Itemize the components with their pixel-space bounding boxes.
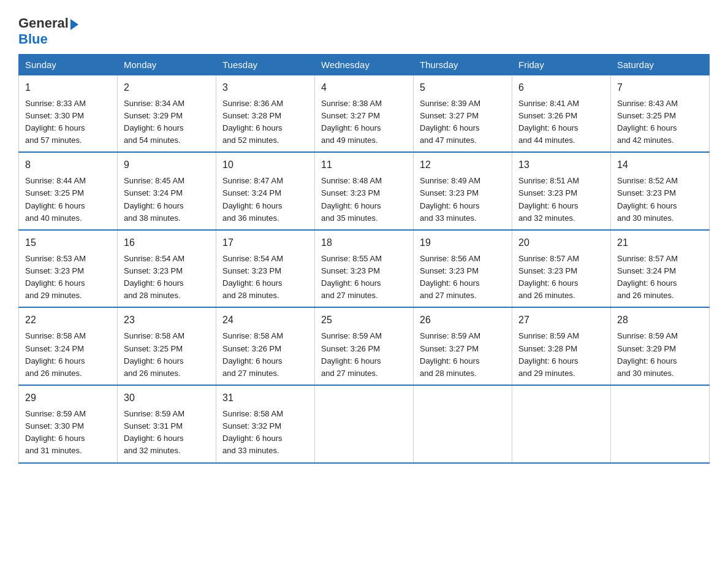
logo: General Blue [18,12,78,48]
day-number: 29 [25,391,111,405]
day-detail: Sunrise: 8:52 AMSunset: 3:23 PMDaylight:… [617,175,703,224]
week-row-2: 15Sunrise: 8:53 AMSunset: 3:23 PMDayligh… [19,230,710,308]
calendar-cell: 21Sunrise: 8:57 AMSunset: 3:24 PMDayligh… [611,230,710,308]
day-detail: Sunrise: 8:34 AMSunset: 3:29 PMDaylight:… [124,98,210,147]
day-detail: Sunrise: 8:39 AMSunset: 3:27 PMDaylight:… [420,98,506,147]
day-number: 3 [222,80,308,95]
day-number: 16 [124,236,210,250]
day-detail: Sunrise: 8:58 AMSunset: 3:26 PMDaylight:… [222,330,308,380]
day-number: 17 [222,236,308,250]
calendar-cell: 31Sunrise: 8:58 AMSunset: 3:32 PMDayligh… [216,385,315,463]
calendar-cell [414,385,512,463]
calendar-cell: 17Sunrise: 8:54 AMSunset: 3:23 PMDayligh… [216,230,315,308]
calendar-cell: 30Sunrise: 8:59 AMSunset: 3:31 PMDayligh… [118,385,216,463]
day-number: 30 [124,391,210,405]
calendar-cell: 11Sunrise: 8:48 AMSunset: 3:23 PMDayligh… [315,152,414,230]
day-number: 24 [222,313,308,327]
day-detail: Sunrise: 8:54 AMSunset: 3:23 PMDaylight:… [124,253,210,302]
day-detail: Sunrise: 8:38 AMSunset: 3:27 PMDaylight:… [321,98,407,147]
day-detail: Sunrise: 8:58 AMSunset: 3:24 PMDaylight:… [25,330,111,380]
day-number: 12 [420,158,506,172]
day-detail: Sunrise: 8:51 AMSunset: 3:23 PMDaylight:… [518,175,604,224]
day-detail: Sunrise: 8:53 AMSunset: 3:23 PMDaylight:… [25,253,111,302]
calendar-cell: 9Sunrise: 8:45 AMSunset: 3:24 PMDaylight… [118,152,216,230]
calendar-cell: 5Sunrise: 8:39 AMSunset: 3:27 PMDaylight… [414,75,512,152]
day-detail: Sunrise: 8:54 AMSunset: 3:23 PMDaylight:… [222,253,308,302]
calendar-cell: 7Sunrise: 8:43 AMSunset: 3:25 PMDaylight… [611,75,710,152]
header-cell-thursday: Thursday [414,54,512,75]
week-row-4: 29Sunrise: 8:59 AMSunset: 3:30 PMDayligh… [19,385,710,463]
calendar-cell [611,385,710,463]
calendar-cell: 25Sunrise: 8:59 AMSunset: 3:26 PMDayligh… [315,307,414,385]
day-number: 15 [25,236,111,250]
week-row-1: 8Sunrise: 8:44 AMSunset: 3:25 PMDaylight… [19,152,710,230]
calendar-cell: 8Sunrise: 8:44 AMSunset: 3:25 PMDaylight… [19,152,118,230]
day-detail: Sunrise: 8:47 AMSunset: 3:24 PMDaylight:… [222,175,308,224]
day-detail: Sunrise: 8:56 AMSunset: 3:23 PMDaylight:… [420,253,506,302]
calendar-cell: 22Sunrise: 8:58 AMSunset: 3:24 PMDayligh… [19,307,118,385]
day-detail: Sunrise: 8:58 AMSunset: 3:25 PMDaylight:… [124,330,210,380]
day-number: 1 [25,80,111,95]
day-number: 19 [420,236,506,250]
day-detail: Sunrise: 8:59 AMSunset: 3:27 PMDaylight:… [420,330,506,380]
day-detail: Sunrise: 8:59 AMSunset: 3:29 PMDaylight:… [617,330,703,380]
day-detail: Sunrise: 8:45 AMSunset: 3:24 PMDaylight:… [124,175,210,224]
header-cell-friday: Friday [512,54,611,75]
calendar-cell: 26Sunrise: 8:59 AMSunset: 3:27 PMDayligh… [414,307,512,385]
calendar-cell: 19Sunrise: 8:56 AMSunset: 3:23 PMDayligh… [414,230,512,308]
day-number: 20 [518,236,604,250]
calendar-cell: 24Sunrise: 8:58 AMSunset: 3:26 PMDayligh… [216,307,315,385]
calendar-cell: 15Sunrise: 8:53 AMSunset: 3:23 PMDayligh… [19,230,118,308]
day-number: 13 [518,158,604,172]
day-number: 18 [321,236,407,250]
header: General Blue [18,12,710,48]
day-number: 8 [25,158,111,172]
day-detail: Sunrise: 8:33 AMSunset: 3:30 PMDaylight:… [25,98,111,147]
day-detail: Sunrise: 8:59 AMSunset: 3:31 PMDaylight:… [124,408,210,458]
day-number: 5 [420,80,506,95]
logo-general-text: General [18,15,69,31]
day-detail: Sunrise: 8:59 AMSunset: 3:30 PMDaylight:… [25,408,111,458]
calendar-cell: 29Sunrise: 8:59 AMSunset: 3:30 PMDayligh… [19,385,118,463]
day-number: 25 [321,313,407,327]
header-cell-wednesday: Wednesday [315,54,414,75]
day-number: 4 [321,80,407,95]
calendar-cell: 4Sunrise: 8:38 AMSunset: 3:27 PMDaylight… [315,75,414,152]
day-detail: Sunrise: 8:36 AMSunset: 3:28 PMDaylight:… [222,98,308,147]
calendar-body: 1Sunrise: 8:33 AMSunset: 3:30 PMDaylight… [19,75,710,462]
header-cell-monday: Monday [118,54,216,75]
day-number: 23 [124,313,210,327]
week-row-3: 22Sunrise: 8:58 AMSunset: 3:24 PMDayligh… [19,307,710,385]
calendar-cell: 12Sunrise: 8:49 AMSunset: 3:23 PMDayligh… [414,152,512,230]
day-number: 28 [617,313,703,327]
calendar-cell: 3Sunrise: 8:36 AMSunset: 3:28 PMDaylight… [216,75,315,152]
calendar-cell [512,385,611,463]
day-detail: Sunrise: 8:59 AMSunset: 3:28 PMDaylight:… [518,330,604,380]
week-row-0: 1Sunrise: 8:33 AMSunset: 3:30 PMDaylight… [19,75,710,152]
calendar-cell: 27Sunrise: 8:59 AMSunset: 3:28 PMDayligh… [512,307,611,385]
day-detail: Sunrise: 8:57 AMSunset: 3:24 PMDaylight:… [617,253,703,302]
header-row: SundayMondayTuesdayWednesdayThursdayFrid… [19,54,710,75]
calendar-cell: 28Sunrise: 8:59 AMSunset: 3:29 PMDayligh… [611,307,710,385]
calendar-cell: 18Sunrise: 8:55 AMSunset: 3:23 PMDayligh… [315,230,414,308]
header-cell-tuesday: Tuesday [216,54,315,75]
day-number: 26 [420,313,506,327]
calendar-header: SundayMondayTuesdayWednesdayThursdayFrid… [19,54,710,75]
calendar-cell: 1Sunrise: 8:33 AMSunset: 3:30 PMDaylight… [19,75,118,152]
day-detail: Sunrise: 8:58 AMSunset: 3:32 PMDaylight:… [222,408,308,458]
day-detail: Sunrise: 8:57 AMSunset: 3:23 PMDaylight:… [518,253,604,302]
calendar-cell: 20Sunrise: 8:57 AMSunset: 3:23 PMDayligh… [512,230,611,308]
day-detail: Sunrise: 8:59 AMSunset: 3:26 PMDaylight:… [321,330,407,380]
day-detail: Sunrise: 8:49 AMSunset: 3:23 PMDaylight:… [420,175,506,224]
calendar-cell: 13Sunrise: 8:51 AMSunset: 3:23 PMDayligh… [512,152,611,230]
day-number: 10 [222,158,308,172]
logo-arrow-icon [70,19,78,30]
calendar-cell: 23Sunrise: 8:58 AMSunset: 3:25 PMDayligh… [118,307,216,385]
calendar-table: SundayMondayTuesdayWednesdayThursdayFrid… [18,54,710,464]
day-number: 22 [25,313,111,327]
header-cell-saturday: Saturday [611,54,710,75]
calendar-cell: 14Sunrise: 8:52 AMSunset: 3:23 PMDayligh… [611,152,710,230]
day-number: 31 [222,391,308,405]
day-number: 11 [321,158,407,172]
day-number: 6 [518,80,604,95]
